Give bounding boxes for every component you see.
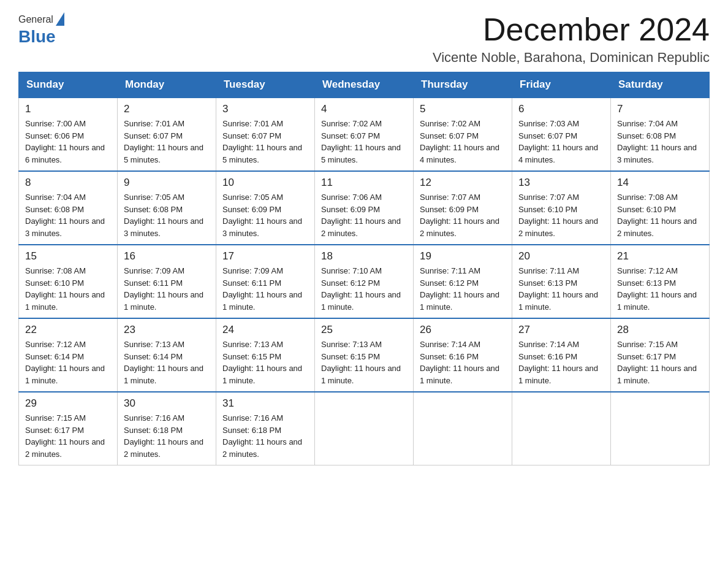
table-row: 5Sunrise: 7:02 AMSunset: 6:07 PMDaylight… (414, 98, 512, 171)
day-info: Sunrise: 7:13 AMSunset: 6:14 PMDaylight:… (124, 339, 210, 386)
day-info: Sunrise: 7:15 AMSunset: 6:17 PMDaylight:… (617, 339, 703, 386)
table-row: 27Sunrise: 7:14 AMSunset: 6:16 PMDayligh… (512, 318, 611, 392)
day-number: 3 (222, 103, 308, 115)
calendar-header-row: Sunday Monday Tuesday Wednesday Thursday… (19, 72, 710, 98)
day-number: 16 (124, 250, 210, 262)
calendar-week-row: 1Sunrise: 7:00 AMSunset: 6:06 PMDaylight… (19, 98, 710, 171)
table-row: 21Sunrise: 7:12 AMSunset: 6:13 PMDayligh… (611, 245, 710, 318)
table-row: 26Sunrise: 7:14 AMSunset: 6:16 PMDayligh… (414, 318, 512, 392)
day-info: Sunrise: 7:01 AMSunset: 6:07 PMDaylight:… (222, 118, 308, 166)
day-info: Sunrise: 7:07 AMSunset: 6:09 PMDaylight:… (420, 191, 506, 239)
day-number: 4 (321, 103, 407, 115)
day-info: Sunrise: 7:02 AMSunset: 6:07 PMDaylight:… (420, 118, 506, 166)
logo-blue-text: Blue (18, 27, 56, 47)
table-row (611, 392, 710, 465)
table-row: 17Sunrise: 7:09 AMSunset: 6:11 PMDayligh… (216, 245, 315, 318)
day-info: Sunrise: 7:09 AMSunset: 6:11 PMDaylight:… (222, 265, 308, 313)
table-row: 4Sunrise: 7:02 AMSunset: 6:07 PMDaylight… (315, 98, 414, 171)
day-number: 17 (222, 250, 308, 262)
day-number: 19 (420, 250, 506, 262)
day-number: 11 (321, 177, 407, 189)
table-row: 19Sunrise: 7:11 AMSunset: 6:12 PMDayligh… (414, 245, 512, 318)
table-row: 10Sunrise: 7:05 AMSunset: 6:09 PMDayligh… (216, 171, 315, 245)
table-row: 24Sunrise: 7:13 AMSunset: 6:15 PMDayligh… (216, 318, 315, 392)
day-info: Sunrise: 7:08 AMSunset: 6:10 PMDaylight:… (25, 265, 111, 313)
day-info: Sunrise: 7:05 AMSunset: 6:09 PMDaylight:… (222, 191, 308, 239)
day-number: 10 (222, 177, 308, 189)
day-number: 5 (420, 103, 506, 115)
day-info: Sunrise: 7:11 AMSunset: 6:12 PMDaylight:… (420, 265, 506, 313)
day-number: 13 (518, 177, 604, 189)
day-info: Sunrise: 7:12 AMSunset: 6:13 PMDaylight:… (617, 265, 703, 313)
day-info: Sunrise: 7:13 AMSunset: 6:15 PMDaylight:… (321, 339, 407, 386)
table-row: 3Sunrise: 7:01 AMSunset: 6:07 PMDaylight… (216, 98, 315, 171)
title-area: December 2024 Vicente Noble, Barahona, D… (433, 12, 710, 66)
day-number: 8 (25, 177, 111, 189)
day-number: 6 (518, 103, 604, 115)
table-row: 11Sunrise: 7:06 AMSunset: 6:09 PMDayligh… (315, 171, 414, 245)
day-info: Sunrise: 7:09 AMSunset: 6:11 PMDaylight:… (124, 265, 210, 313)
day-number: 7 (617, 103, 703, 115)
day-number: 26 (420, 324, 506, 336)
table-row: 18Sunrise: 7:10 AMSunset: 6:12 PMDayligh… (315, 245, 414, 318)
table-row: 6Sunrise: 7:03 AMSunset: 6:07 PMDaylight… (512, 98, 611, 171)
table-row: 30Sunrise: 7:16 AMSunset: 6:18 PMDayligh… (118, 392, 216, 465)
col-wednesday: Wednesday (315, 72, 414, 98)
day-number: 23 (124, 324, 210, 336)
day-number: 15 (25, 250, 111, 262)
day-info: Sunrise: 7:01 AMSunset: 6:07 PMDaylight:… (124, 118, 210, 166)
day-info: Sunrise: 7:11 AMSunset: 6:13 PMDaylight:… (518, 265, 604, 313)
table-row: 15Sunrise: 7:08 AMSunset: 6:10 PMDayligh… (19, 245, 118, 318)
day-number: 28 (617, 324, 703, 336)
day-number: 29 (25, 397, 111, 410)
day-info: Sunrise: 7:16 AMSunset: 6:18 PMDaylight:… (124, 412, 210, 460)
day-number: 9 (124, 177, 210, 189)
day-number: 30 (124, 397, 210, 410)
table-row: 12Sunrise: 7:07 AMSunset: 6:09 PMDayligh… (414, 171, 512, 245)
day-info: Sunrise: 7:07 AMSunset: 6:10 PMDaylight:… (518, 191, 604, 239)
table-row: 31Sunrise: 7:16 AMSunset: 6:18 PMDayligh… (216, 392, 315, 465)
table-row (512, 392, 611, 465)
table-row: 2Sunrise: 7:01 AMSunset: 6:07 PMDaylight… (118, 98, 216, 171)
table-row: 9Sunrise: 7:05 AMSunset: 6:08 PMDaylight… (118, 171, 216, 245)
day-number: 25 (321, 324, 407, 336)
day-number: 12 (420, 177, 506, 189)
day-info: Sunrise: 7:05 AMSunset: 6:08 PMDaylight:… (124, 191, 210, 239)
col-monday: Monday (118, 72, 216, 98)
day-info: Sunrise: 7:13 AMSunset: 6:15 PMDaylight:… (222, 339, 308, 386)
day-info: Sunrise: 7:12 AMSunset: 6:14 PMDaylight:… (25, 339, 111, 386)
table-row: 16Sunrise: 7:09 AMSunset: 6:11 PMDayligh… (118, 245, 216, 318)
calendar-week-row: 8Sunrise: 7:04 AMSunset: 6:08 PMDaylight… (19, 171, 710, 245)
logo-triangle-icon (56, 12, 64, 26)
day-number: 21 (617, 250, 703, 262)
table-row: 8Sunrise: 7:04 AMSunset: 6:08 PMDaylight… (19, 171, 118, 245)
table-row (315, 392, 414, 465)
day-info: Sunrise: 7:02 AMSunset: 6:07 PMDaylight:… (321, 118, 407, 166)
table-row: 25Sunrise: 7:13 AMSunset: 6:15 PMDayligh… (315, 318, 414, 392)
logo: General Blue (18, 12, 64, 47)
day-number: 31 (222, 397, 308, 410)
day-number: 22 (25, 324, 111, 336)
table-row: 29Sunrise: 7:15 AMSunset: 6:17 PMDayligh… (19, 392, 118, 465)
col-saturday: Saturday (611, 72, 710, 98)
calendar-week-row: 22Sunrise: 7:12 AMSunset: 6:14 PMDayligh… (19, 318, 710, 392)
logo-general-text: General (18, 14, 53, 25)
day-info: Sunrise: 7:08 AMSunset: 6:10 PMDaylight:… (617, 191, 703, 239)
table-row: 7Sunrise: 7:04 AMSunset: 6:08 PMDaylight… (611, 98, 710, 171)
table-row: 14Sunrise: 7:08 AMSunset: 6:10 PMDayligh… (611, 171, 710, 245)
day-number: 1 (25, 103, 111, 115)
col-tuesday: Tuesday (216, 72, 315, 98)
day-number: 14 (617, 177, 703, 189)
day-info: Sunrise: 7:14 AMSunset: 6:16 PMDaylight:… (518, 339, 604, 386)
calendar-week-row: 15Sunrise: 7:08 AMSunset: 6:10 PMDayligh… (19, 245, 710, 318)
table-row: 22Sunrise: 7:12 AMSunset: 6:14 PMDayligh… (19, 318, 118, 392)
day-number: 18 (321, 250, 407, 262)
col-thursday: Thursday (414, 72, 512, 98)
table-row: 28Sunrise: 7:15 AMSunset: 6:17 PMDayligh… (611, 318, 710, 392)
day-number: 24 (222, 324, 308, 336)
page-header: General Blue December 2024 Vicente Noble… (18, 12, 710, 66)
table-row: 1Sunrise: 7:00 AMSunset: 6:06 PMDaylight… (19, 98, 118, 171)
calendar-table: Sunday Monday Tuesday Wednesday Thursday… (18, 72, 710, 465)
day-number: 2 (124, 103, 210, 115)
day-info: Sunrise: 7:16 AMSunset: 6:18 PMDaylight:… (222, 412, 308, 460)
